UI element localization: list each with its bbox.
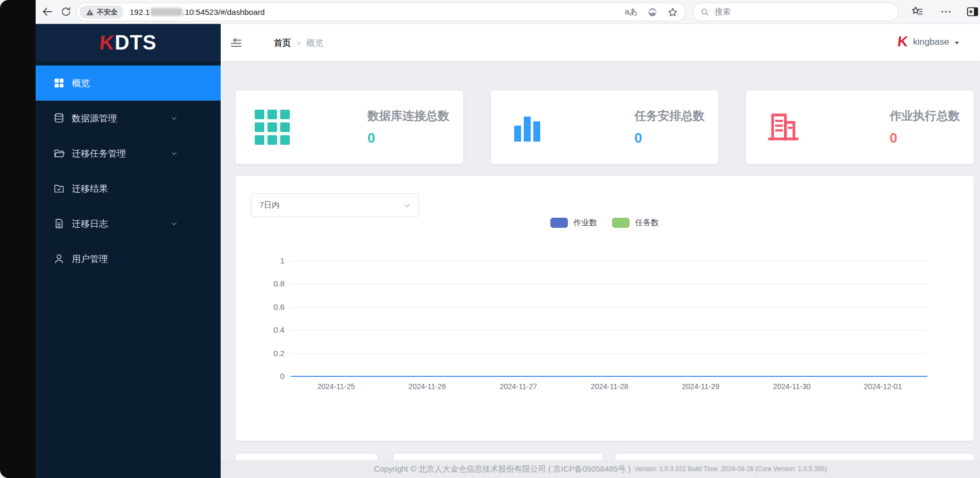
breadcrumb-current: 概览 [306,38,323,49]
stat-value: 0 [367,130,375,146]
sidebar-item-label: 数据源管理 [72,112,117,125]
warning-icon [86,8,94,17]
translate-icon[interactable]: aあ [625,7,638,17]
sidebar-item-overview[interactable]: 概览 [36,65,221,101]
grid-icon [53,77,65,89]
y-axis-tick: 0 [236,371,284,382]
security-badge-label: 不安全 [97,7,118,17]
legend-item[interactable]: 任务数 [612,218,659,228]
browser-toolbar: 不安全 192.1.10:54523/#/dashboard aあ 搜索 [36,0,980,24]
swirl-icon[interactable] [647,7,658,18]
chart-legend: 作业数任务数 [236,218,974,228]
footer-version: Version: 1.0.3.322 Build Time: 2024-08-2… [634,465,827,473]
refresh-icon[interactable] [60,6,72,18]
stat-label: 数据库连接总数 [367,108,449,124]
url-text: 192.1.10:54523/#/dashboard [130,7,265,17]
sidebar: KDTS 概览数据源管理迁移任务管理迁移结果迁移日志用户管理 [36,24,221,478]
gridline [291,307,927,308]
x-axis-tick: 2024-11-29 [658,382,743,391]
kdts-logo-k: K [98,31,116,54]
y-axis-tick: 0.4 [236,325,284,335]
favorites-list-icon[interactable] [911,5,924,18]
window-edge [0,0,36,478]
x-axis-tick: 2024-11-26 [384,382,470,391]
gridline [291,261,927,261]
stat-label: 作业执行总数 [890,108,960,124]
app-logo: KDTS [36,24,221,61]
back-icon[interactable] [41,5,54,18]
y-axis-tick: 0.8 [236,278,284,289]
sidebar-menu: 概览数据源管理迁移任务管理迁移结果迁移日志用户管理 [36,61,221,276]
user-menu[interactable]: K kingbase [898,34,960,50]
kdts-logo-text: DTS [115,31,157,54]
sidebar-item-datasource[interactable]: 数据源管理 [36,101,221,136]
bar-chart-icon [510,110,545,145]
topbar: 首页 > 概览 K kingbase [221,24,980,61]
stat-card-db-connections: 数据库连接总数0 [236,90,463,164]
x-axis-tick: 2024-11-28 [567,382,652,391]
chevron-down-icon [170,150,178,158]
folder-open-icon [53,147,65,159]
x-axis-tick: 2024-11-30 [749,382,834,391]
sidebar-item-label: 概览 [72,77,90,89]
search-placeholder: 搜索 [715,7,731,17]
stat-value: 0 [634,130,642,146]
document-icon [53,218,65,229]
breadcrumb-home[interactable]: 首页 [274,38,291,49]
x-axis-tick: 2024-12-01 [840,382,925,391]
chevron-down-icon [403,201,412,210]
kingbase-logo-icon: K [897,34,909,50]
sidebar-item-label: 迁移结果 [72,183,108,195]
url-redacted-blur [150,8,182,16]
gridline [291,353,927,354]
footer: Copyright © 北京人大金仓信息技术股份有限公司 ( 京ICP备0505… [221,460,980,478]
sidebar-item-migration-log[interactable]: 迁移日志 [36,206,221,241]
chevron-down-icon [170,220,178,228]
x-axis-line [291,376,927,377]
stat-text: 作业执行总数0 [890,108,960,146]
gridline [291,330,927,331]
stat-card-job-executions: 作业执行总数0 [746,90,974,164]
sidebar-item-label: 迁移任务管理 [72,147,126,160]
sidebar-item-label: 迁移日志 [72,218,108,230]
sidebar-item-migration-task[interactable]: 迁移任务管理 [36,136,221,171]
legend-item[interactable]: 作业数 [550,218,597,228]
collapse-sidebar-icon[interactable] [230,37,242,50]
folder-check-icon [53,183,65,194]
user-name: kingbase [913,37,949,47]
building-icon [765,110,800,145]
x-axis-tick: 2024-11-27 [476,382,561,391]
chevron-down-icon [170,114,178,122]
search-icon [700,7,709,17]
breadcrumb-separator: > [296,39,301,48]
star-icon[interactable] [667,7,678,18]
grid3x3-icon [255,110,290,145]
y-axis-tick: 0.2 [236,348,284,359]
sidebar-item-migration-result[interactable]: 迁移结果 [36,171,221,206]
stat-value: 0 [890,130,897,146]
legend-label: 任务数 [635,218,659,228]
range-select[interactable]: 7日内 [251,193,419,217]
chart-panel: 7日内 作业数任务数 10.80.60.40.202024-11-252024-… [236,176,974,441]
stat-text: 任务安排总数0 [634,108,705,146]
stat-label: 任务安排总数 [634,108,705,124]
stat-card-task-schedules: 任务安排总数0 [491,90,718,164]
sidebar-item-label: 用户管理 [72,253,108,265]
x-axis-tick: 2024-11-25 [294,382,379,391]
main-content: 首页 > 概览 K kingbase 数据库连接总数0任务安排总数0作业执行总数… [221,24,980,478]
sidebar-toggle-icon[interactable] [966,5,979,18]
y-axis-tick: 0.6 [236,302,284,312]
database-icon [53,112,65,124]
more-icon[interactable] [940,5,952,18]
footer-copyright: Copyright © 北京人大金仓信息技术股份有限公司 ( 京ICP备0505… [374,464,631,474]
y-axis-tick: 1 [236,256,284,266]
sidebar-item-user-management[interactable]: 用户管理 [36,241,221,276]
search-input[interactable]: 搜索 [692,3,899,21]
stat-text: 数据库连接总数0 [367,108,449,146]
breadcrumb: 首页 > 概览 [274,38,323,49]
address-bar[interactable]: 不安全 192.1.10:54523/#/dashboard aあ [76,3,686,21]
caret-down-icon [954,40,960,46]
gridline [291,284,927,284]
range-select-value: 7日内 [259,200,280,210]
security-badge[interactable]: 不安全 [80,5,123,19]
